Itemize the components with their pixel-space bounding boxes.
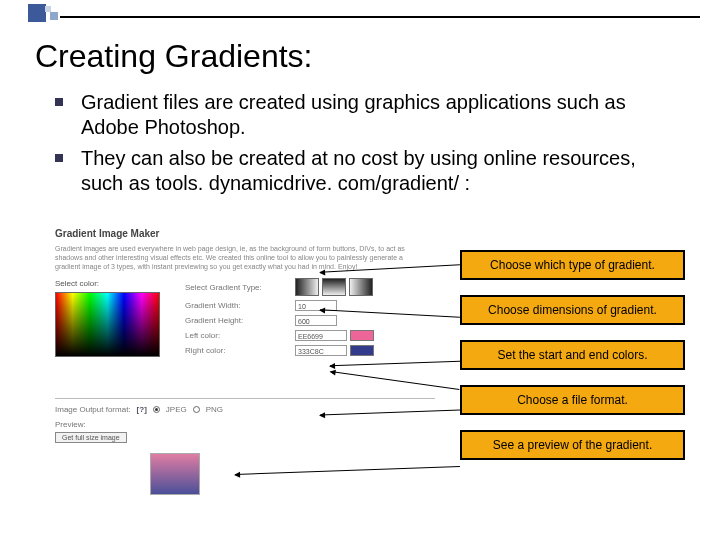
bullet-text: They can also be created at no cost by u… — [81, 146, 675, 196]
app-heading: Gradient Image Maker — [55, 228, 425, 239]
png-label: PNG — [206, 405, 223, 414]
left-color-label: Left color: — [185, 331, 295, 340]
right-color-swatch[interactable] — [350, 345, 374, 356]
callout-dimensions: Choose dimensions of gradient. — [460, 295, 685, 325]
left-color-row: Left color: EE6699 — [185, 330, 435, 341]
output-format-label: Image Output format: — [55, 405, 131, 414]
height-label: Gradient Height: — [185, 316, 295, 325]
slide-accent — [0, 4, 720, 26]
arrow-icon — [235, 466, 460, 475]
accent-line — [60, 16, 700, 18]
callout-type: Choose which type of gradient. — [460, 250, 685, 280]
help-icon[interactable]: [?] — [137, 405, 147, 414]
bullet-list: Gradient files are created using graphic… — [55, 90, 675, 202]
arrow-icon — [331, 371, 460, 390]
preview-block: Preview: Get full size image — [55, 420, 127, 443]
gradient-type-option[interactable] — [322, 278, 346, 296]
list-item: They can also be created at no cost by u… — [55, 146, 675, 196]
accent-square — [50, 12, 58, 20]
app-description: Gradient images are used everywhere in w… — [55, 244, 425, 271]
gradient-type-option[interactable] — [295, 278, 319, 296]
accent-square — [28, 4, 46, 22]
width-row: Gradient Width: 10 — [185, 300, 435, 311]
left-color-swatch[interactable] — [350, 330, 374, 341]
gradient-type-row: Select Gradient Type: — [185, 278, 435, 296]
bullet-icon — [55, 98, 63, 106]
callout-preview: See a preview of the gradient. — [460, 430, 685, 460]
preview-label: Preview: — [55, 420, 127, 429]
list-item: Gradient files are created using graphic… — [55, 90, 675, 140]
gradient-type-label: Select Gradient Type: — [185, 283, 295, 292]
height-input[interactable]: 600 — [295, 315, 337, 326]
jpeg-radio[interactable] — [153, 406, 160, 413]
preview-image — [150, 453, 200, 495]
right-color-row: Right color: 333C8C — [185, 345, 435, 356]
png-radio[interactable] — [193, 406, 200, 413]
bullet-icon — [55, 154, 63, 162]
color-picker[interactable] — [55, 292, 160, 357]
embedded-screenshot: Gradient Image Maker Gradient images are… — [55, 228, 425, 365]
left-color-input[interactable]: EE6699 — [295, 330, 347, 341]
gradient-type-option[interactable] — [349, 278, 373, 296]
get-full-size-button[interactable]: Get full size image — [55, 432, 127, 443]
height-row: Gradient Height: 600 — [185, 315, 435, 326]
bullet-text: Gradient files are created using graphic… — [81, 90, 675, 140]
right-color-input[interactable]: 333C8C — [295, 345, 347, 356]
jpeg-label: JPEG — [166, 405, 187, 414]
callouts: Choose which type of gradient. Choose di… — [460, 250, 685, 475]
slide-title: Creating Gradients: — [35, 38, 312, 75]
callout-colors: Set the start and end colors. — [460, 340, 685, 370]
accent-square — [45, 6, 51, 12]
width-label: Gradient Width: — [185, 301, 295, 310]
right-color-label: Right color: — [185, 346, 295, 355]
form-area: Select Gradient Type: Gradient Width: 10… — [185, 278, 435, 360]
callout-format: Choose a file format. — [460, 385, 685, 415]
